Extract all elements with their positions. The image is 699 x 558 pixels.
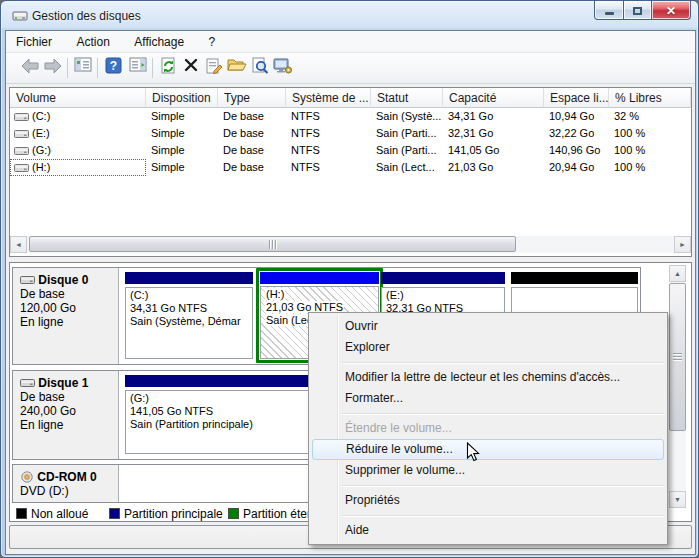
horizontal-scroll-thumb[interactable] — [29, 236, 516, 252]
disk-icon — [20, 275, 35, 285]
cell: Sain (Lect... — [371, 159, 443, 176]
cell: De base — [218, 108, 286, 125]
cell: NTFS — [286, 142, 371, 159]
menu-item-reduire-volume[interactable]: Réduire le volume... — [312, 439, 664, 460]
partition-c-info: (C:)34,31 Go NTFSSain (Système, Démar — [125, 287, 253, 359]
drive-icon — [14, 128, 29, 139]
mouse-cursor — [466, 442, 480, 463]
menu-bar: Fichier Action Affichage ? — [6, 31, 695, 53]
scroll-right-icon[interactable]: ► — [674, 236, 691, 253]
console-tree-icon[interactable] — [72, 57, 94, 79]
window-title: Gestion des disques — [32, 9, 141, 23]
legend-swatch-unallocated — [16, 508, 27, 519]
table-row[interactable]: (C:) Simple De base NTFS Sain (Systè... … — [10, 108, 691, 125]
menu-fichier[interactable]: Fichier — [6, 31, 62, 53]
column-header-type[interactable]: Type — [218, 88, 286, 108]
manage-computer-icon[interactable] — [272, 57, 294, 79]
toolbar-separator — [152, 58, 153, 78]
cell: 141,05 Go — [443, 142, 544, 159]
column-header-systeme[interactable]: Système de ... — [286, 88, 371, 108]
disk0-type: De base — [20, 287, 118, 301]
title-bar[interactable]: Gestion des disques ✕ — [1, 1, 698, 30]
cell: 10,94 Go — [544, 108, 609, 125]
cdrom-drive: DVD (D:) — [20, 484, 118, 498]
toolbar: ? — [6, 53, 695, 84]
disk1-name: Disque 1 — [20, 376, 118, 390]
help-icon[interactable]: ? — [102, 57, 124, 79]
forward-icon[interactable] — [42, 57, 64, 79]
toolbar-separator — [67, 58, 68, 78]
cell: 21,03 Go — [443, 159, 544, 176]
column-header-disposition[interactable]: Disposition — [146, 88, 218, 108]
minimize-button[interactable] — [594, 1, 624, 20]
vertical-scrollbar[interactable]: ▲ ▼ — [669, 265, 686, 508]
cell: 100 % — [609, 125, 691, 142]
disk0-size: 120,00 Go — [20, 301, 118, 315]
maximize-button[interactable] — [623, 1, 652, 20]
cell: 140,96 Go — [544, 142, 609, 159]
delete-icon[interactable] — [180, 57, 202, 79]
cell: De base — [218, 125, 286, 142]
menu-separator — [341, 413, 664, 414]
column-header-volume[interactable]: Volume — [10, 88, 146, 108]
cell: NTFS — [286, 125, 371, 142]
partition-c[interactable]: (C:)34,31 Go NTFSSain (Système, Démar — [123, 270, 255, 361]
scroll-up-icon[interactable]: ▲ — [669, 265, 686, 282]
column-header-statut[interactable]: Statut — [371, 88, 443, 108]
menu-separator — [341, 485, 664, 486]
volume-cell: (C:) — [10, 108, 146, 125]
disk0-label[interactable]: Disque 0 De base 120,00 Go En ligne — [13, 268, 119, 364]
action-pane-icon[interactable] — [127, 57, 149, 79]
back-icon[interactable] — [19, 57, 41, 79]
close-icon: ✕ — [666, 4, 676, 18]
menu-item-ouvrir[interactable]: Ouvrir — [312, 316, 664, 337]
menu-action[interactable]: Action — [66, 31, 119, 53]
cell: NTFS — [286, 159, 371, 176]
menu-item-aide[interactable]: Aide — [312, 520, 664, 541]
menu-separator — [341, 515, 664, 516]
menu-item-formater[interactable]: Formater... — [312, 388, 664, 409]
scroll-grip — [673, 353, 682, 361]
column-header-espace[interactable]: Espace li... — [544, 88, 609, 108]
find-icon[interactable] — [249, 57, 271, 79]
menu-affichage[interactable]: Affichage — [124, 31, 194, 53]
cdrom-name: CD-ROM 0 — [20, 470, 118, 484]
menu-separator — [341, 362, 664, 363]
table-row[interactable]: (E:) Simple De base NTFS Sain (Parti... … — [10, 125, 691, 142]
open-folder-icon[interactable] — [226, 57, 248, 79]
cell: Simple — [146, 125, 218, 142]
cdrom-label[interactable]: CD-ROM 0 DVD (D:) — [13, 465, 119, 502]
table-row[interactable]: (G:) Simple De base NTFS Sain (Parti... … — [10, 142, 691, 159]
cell: 32,22 Go — [544, 125, 609, 142]
scroll-left-icon[interactable]: ◄ — [10, 236, 27, 253]
vertical-scroll-thumb[interactable] — [669, 283, 686, 431]
refresh-icon[interactable] — [157, 57, 179, 79]
maximize-icon — [633, 7, 642, 15]
properties-icon[interactable] — [203, 57, 225, 79]
cell: 100 % — [609, 159, 691, 176]
column-header-capacite[interactable]: Capacité — [443, 88, 544, 108]
scroll-grip — [269, 240, 277, 249]
column-header-libres[interactable]: % Libres — [609, 88, 691, 108]
volume-list-panel: Volume Disposition Type Système de ... S… — [9, 87, 692, 257]
context-menu: Ouvrir Explorer Modifier la lettre de le… — [308, 312, 668, 545]
disk1-status: En ligne — [20, 418, 118, 432]
disk1-label[interactable]: Disque 1 De base 240,00 Go En ligne — [13, 371, 119, 459]
drive-icon — [14, 145, 29, 156]
table-row-selected[interactable]: (H:) Simple De base NTFS Sain (Lect... 2… — [10, 159, 691, 176]
horizontal-scrollbar[interactable]: ◄ ► — [10, 236, 691, 253]
partition-h-color-band — [260, 272, 379, 284]
menu-aide[interactable]: ? — [199, 31, 226, 53]
menu-item-explorer[interactable]: Explorer — [312, 337, 664, 358]
cd-icon — [20, 471, 34, 483]
cell: Simple — [146, 142, 218, 159]
cell: 34,31 Go — [443, 108, 544, 125]
cell: Sain (Parti... — [371, 142, 443, 159]
disk-icon — [20, 378, 35, 388]
menu-item-proprietes[interactable]: Propriétés — [312, 490, 664, 511]
close-button[interactable]: ✕ — [651, 1, 691, 20]
menu-item-modifier-lettre[interactable]: Modifier la lettre de lecteur et les che… — [312, 367, 664, 388]
menu-item-supprimer-volume[interactable]: Supprimer le volume... — [312, 460, 664, 481]
scroll-down-icon[interactable]: ▼ — [669, 491, 686, 508]
window-frame: Gestion des disques ✕ Fichier Action Aff… — [0, 0, 699, 558]
